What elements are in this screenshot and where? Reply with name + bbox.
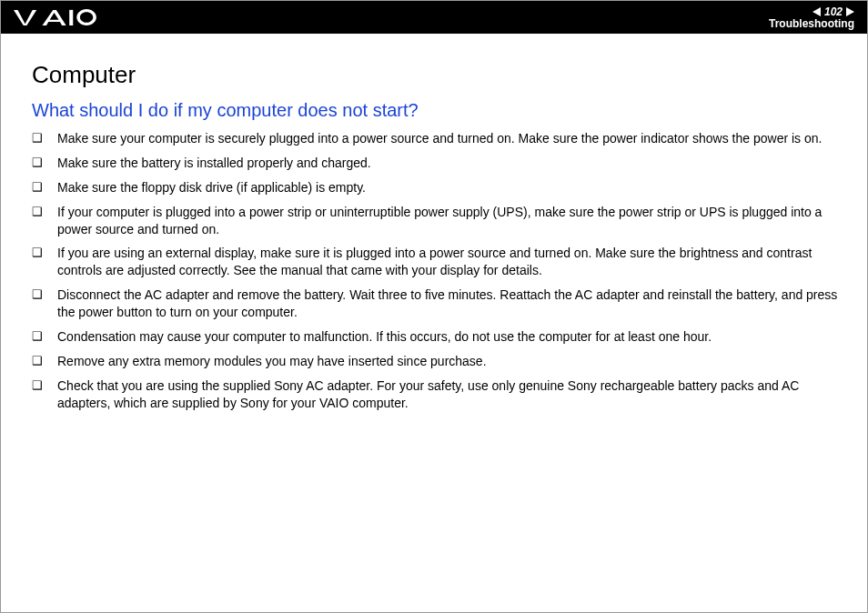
document-page: 102 Troubleshooting Computer What should… xyxy=(0,0,868,613)
header-right: 102 Troubleshooting xyxy=(769,5,854,29)
list-item-text: If you are using an external display, ma… xyxy=(57,245,842,279)
page-number: 102 xyxy=(824,5,843,18)
troubleshooting-list: ❑Make sure your computer is securely plu… xyxy=(32,130,842,412)
list-item-text: Check that you are using the supplied So… xyxy=(57,377,842,412)
list-item-text: Make sure the battery is installed prope… xyxy=(57,155,842,172)
bullet-icon: ❑ xyxy=(32,179,57,196)
list-item-text: Make sure the floppy disk drive (if appl… xyxy=(57,179,842,196)
page-header: 102 Troubleshooting xyxy=(1,1,867,34)
prev-page-arrow-icon[interactable] xyxy=(812,7,821,16)
bullet-icon: ❑ xyxy=(32,245,57,261)
bullet-icon: ❑ xyxy=(32,286,57,303)
list-item: ❑Condensation may cause your computer to… xyxy=(32,328,842,346)
section-label: Troubleshooting xyxy=(769,18,854,29)
list-item-text: Remove any extra memory modules you may … xyxy=(57,353,842,370)
list-item-text: If your computer is plugged into a power… xyxy=(57,204,842,238)
list-item: ❑Remove any extra memory modules you may… xyxy=(32,353,842,370)
page-content: Computer What should I do if my computer… xyxy=(1,34,867,412)
list-item: ❑Make sure your computer is securely plu… xyxy=(32,130,842,147)
page-navigator: 102 xyxy=(812,5,854,18)
page-title: Computer xyxy=(32,61,842,89)
bullet-icon: ❑ xyxy=(32,204,57,220)
svg-rect-0 xyxy=(69,10,73,25)
list-item: ❑Make sure the battery is installed prop… xyxy=(32,155,842,172)
bullet-icon: ❑ xyxy=(32,353,57,369)
list-item-text: Disconnect the AC adapter and remove the… xyxy=(57,286,842,321)
list-item: ❑If you are using an external display, m… xyxy=(32,245,842,279)
list-item-text: Condensation may cause your computer to … xyxy=(57,328,842,346)
next-page-arrow-icon[interactable] xyxy=(846,7,854,16)
bullet-icon: ❑ xyxy=(32,377,57,394)
list-item: ❑Make sure the floppy disk drive (if app… xyxy=(32,179,842,196)
bullet-icon: ❑ xyxy=(32,155,57,171)
vaio-logo xyxy=(14,9,104,25)
list-item: ❑Disconnect the AC adapter and remove th… xyxy=(32,286,842,321)
list-item-text: Make sure your computer is securely plug… xyxy=(57,130,842,147)
bullet-icon: ❑ xyxy=(32,130,57,146)
question-heading: What should I do if my computer does not… xyxy=(32,100,842,121)
list-item: ❑If your computer is plugged into a powe… xyxy=(32,204,842,238)
bullet-icon: ❑ xyxy=(32,328,57,345)
list-item: ❑Check that you are using the supplied S… xyxy=(32,377,842,412)
